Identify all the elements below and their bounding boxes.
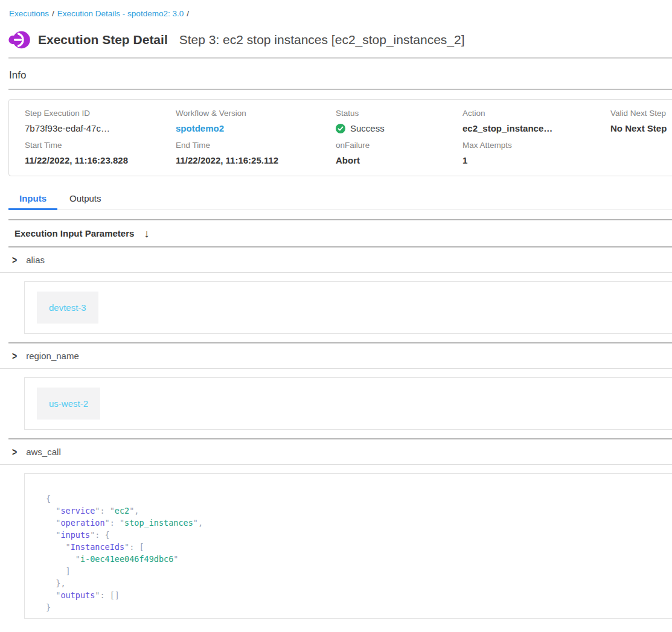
success-check-icon bbox=[336, 124, 345, 133]
field-max-attempts: Max Attempts 1 bbox=[462, 141, 610, 165]
status-text: Success bbox=[350, 123, 385, 133]
param-section-aws-call[interactable]: > aws_call bbox=[0, 439, 672, 465]
field-status: Status Success bbox=[336, 109, 462, 133]
workflow-brand-icon bbox=[8, 30, 30, 49]
tab-inputs[interactable]: Inputs bbox=[8, 190, 57, 209]
field-value: No Next Step bbox=[610, 123, 672, 133]
field-label: Valid Next Step bbox=[610, 109, 672, 118]
breadcrumb-separator: / bbox=[52, 9, 54, 18]
field-label: End Time bbox=[176, 141, 336, 150]
field-value: ec2_stop_instance… bbox=[462, 123, 610, 133]
param-alias-panel: devtest-3 bbox=[24, 281, 672, 334]
field-label: Step Execution ID bbox=[25, 109, 176, 118]
field-label: Start Time bbox=[25, 141, 176, 150]
info-divider bbox=[8, 89, 672, 90]
breadcrumb: Executions/Execution Details - spotdemo2… bbox=[0, 0, 672, 18]
field-label: onFailure bbox=[336, 141, 462, 150]
info-heading: Info bbox=[9, 69, 672, 81]
field-workflow-version: Workflow & Version spotdemo2 bbox=[176, 109, 336, 133]
param-section-region-name[interactable]: > region_name bbox=[0, 343, 672, 369]
page-title: Execution Step Detail bbox=[38, 33, 168, 47]
chevron-right-icon: > bbox=[12, 446, 17, 458]
breadcrumb-link-execution-details[interactable]: Execution Details - spotdemo2: 3.0 bbox=[57, 9, 184, 18]
field-value: 7b73f93e-edaf-47c… bbox=[25, 123, 176, 133]
param-aws-call-panel: { "service": "ec2", "operation": "stop_i… bbox=[24, 473, 672, 619]
param-section-alias[interactable]: > alias bbox=[0, 247, 672, 273]
json-code-block: { "service": "ec2", "operation": "stop_i… bbox=[46, 494, 672, 614]
field-valid-next-step: Valid Next Step No Next Step bbox=[610, 109, 672, 133]
breadcrumb-separator: / bbox=[187, 9, 189, 18]
inputs-outputs-tabs: Inputs Outputs bbox=[8, 190, 672, 209]
field-label: Status bbox=[336, 109, 462, 118]
field-start-time: Start Time 11/22/2022, 11:16:23.828 bbox=[25, 141, 176, 165]
param-name: region_name bbox=[26, 351, 79, 361]
param-region-name-value-chip: us-west-2 bbox=[37, 388, 100, 420]
field-value: 1 bbox=[462, 155, 610, 165]
chevron-right-icon: > bbox=[12, 254, 17, 266]
field-value: Abort bbox=[336, 155, 462, 165]
step-info-card: Step Execution ID 7b73f93e-edaf-47c… Wor… bbox=[8, 99, 672, 176]
tab-outputs[interactable]: Outputs bbox=[59, 190, 112, 209]
field-step-execution-id: Step Execution ID 7b73f93e-edaf-47c… bbox=[25, 109, 176, 133]
execution-input-parameters-label: Execution Input Parameters bbox=[14, 228, 134, 238]
field-onfailure: onFailure Abort bbox=[336, 141, 462, 165]
breadcrumb-link-executions[interactable]: Executions bbox=[9, 9, 49, 18]
field-label: Workflow & Version bbox=[176, 109, 336, 118]
field-value: 11/22/2022, 11:16:23.828 bbox=[25, 155, 176, 165]
page-subtitle: Step 3: ec2 stop instances [ec2_stop_ins… bbox=[179, 33, 465, 47]
field-label: Max Attempts bbox=[462, 141, 610, 150]
chevron-right-icon: > bbox=[12, 350, 17, 362]
param-region-name-panel: us-west-2 bbox=[24, 377, 672, 430]
param-alias-value-chip: devtest-3 bbox=[37, 292, 98, 324]
field-label: Action bbox=[462, 109, 610, 118]
title-divider bbox=[8, 57, 672, 59]
field-end-time: End Time 11/22/2022, 11:16:25.112 bbox=[176, 141, 336, 165]
execution-input-parameters-row: Execution Input Parameters ↓ bbox=[0, 220, 672, 246]
field-value: 11/22/2022, 11:16:25.112 bbox=[176, 155, 336, 165]
param-name: alias bbox=[26, 255, 45, 265]
download-arrow-icon[interactable]: ↓ bbox=[144, 228, 149, 239]
field-action: Action ec2_stop_instance… bbox=[462, 109, 610, 133]
page-header: Execution Step Detail Step 3: ec2 stop i… bbox=[8, 30, 672, 50]
param-name: aws_call bbox=[26, 447, 61, 457]
workflow-link[interactable]: spotdemo2 bbox=[176, 123, 224, 133]
